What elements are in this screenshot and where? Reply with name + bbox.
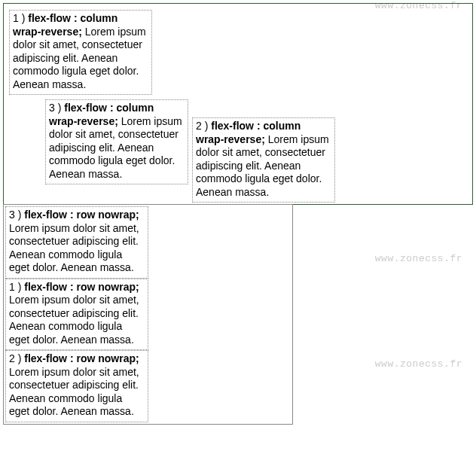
item-property: flex-flow : row nowrap; — [24, 352, 139, 364]
watermark: www.zonecss.fr — [375, 358, 462, 370]
item-body: Lorem ipsum dolor sit amet, consectetuer… — [9, 294, 139, 346]
item-property: flex-flow : row nowrap; — [24, 209, 139, 221]
flex-item: 1 ) flex-flow : column wrap-reverse; Lor… — [9, 10, 152, 95]
flex-container-row-nowrap: 3 ) flex-flow : row nowrap; Lorem ipsum … — [3, 204, 293, 425]
flex-item: 2 ) flex-flow : row nowrap; Lorem ipsum … — [5, 350, 148, 422]
flex-item: 1 ) flex-flow : row nowrap; Lorem ipsum … — [5, 279, 148, 351]
item-number: 1 ) — [13, 12, 28, 24]
flex-item: 3 ) flex-flow : row nowrap; Lorem ipsum … — [5, 206, 148, 279]
item-body: Lorem ipsum dolor sit amet, consectetuer… — [9, 222, 139, 274]
item-body: Lorem ipsum dolor sit amet, consectetuer… — [9, 366, 139, 418]
item-number: 3 ) — [9, 209, 24, 221]
watermark: www.zonecss.fr — [375, 253, 462, 264]
item-number: 1 ) — [9, 281, 24, 293]
item-number: 2 ) — [9, 352, 24, 364]
item-number: 3 ) — [49, 102, 64, 114]
item-number: 2 ) — [196, 120, 211, 132]
flex-container-column-wrap-reverse: 3 ) flex-flow : column wrap-reverse; Lor… — [3, 3, 473, 205]
item-property: flex-flow : row nowrap; — [24, 281, 139, 293]
flex-item: 3 ) flex-flow : column wrap-reverse; Lor… — [45, 99, 188, 184]
flex-item: 2 ) flex-flow : column wrap-reverse; Lor… — [192, 117, 335, 203]
